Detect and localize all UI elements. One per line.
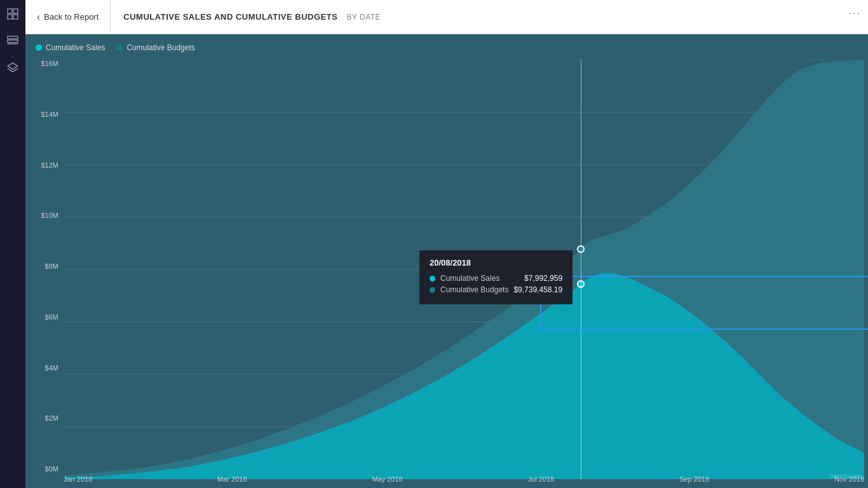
tooltip-value-budgets: $9,739,458.19: [513, 285, 562, 294]
y-label-6m: $6M: [25, 313, 64, 321]
x-label-may: May 2018: [372, 475, 402, 483]
chart-area: Cumulative Sales Cumulative Budgets $16M…: [25, 34, 868, 488]
y-label-14m: $14M: [25, 111, 64, 118]
table-icon[interactable]: [5, 33, 20, 48]
legend-item-budgets: Cumulative Budgets: [116, 43, 194, 52]
tooltip-row-sales: Cumulative Sales $7,992,959: [430, 274, 562, 283]
y-label-8m: $8M: [25, 262, 64, 270]
tooltip-label-sales: Cumulative Sales: [440, 274, 519, 283]
chart-title-area: CUMULATIVE SALES AND CUMULATIVE BUDGETS …: [111, 0, 393, 34]
back-to-report-button[interactable]: ‹ Back to Report: [25, 0, 111, 34]
svg-rect-2: [8, 15, 12, 19]
tooltip-row-budgets: Cumulative Budgets $9,739,458.19: [430, 285, 562, 294]
tooltip-dot-budgets: [430, 287, 435, 293]
sidebar: [0, 0, 25, 488]
y-label-2m: $2M: [25, 414, 64, 422]
svg-rect-0: [8, 9, 12, 13]
legend-dot-budgets: [116, 44, 123, 51]
svg-rect-1: [13, 9, 18, 13]
legend-dot-sales: [36, 44, 42, 51]
legend-item-sales: Cumulative Sales: [36, 43, 105, 52]
y-label-12m: $12M: [25, 161, 64, 169]
tooltip-label-budgets: Cumulative Budgets: [440, 285, 508, 294]
x-label-jan: Jan 2018: [64, 475, 92, 483]
y-label-0m: $0M: [25, 465, 64, 473]
more-options-button[interactable]: ···: [848, 8, 862, 18]
tooltip-value-sales: $7,992,959: [524, 274, 562, 283]
grid-icon[interactable]: [5, 6, 20, 22]
x-label-sep: Sep 2018: [679, 475, 709, 483]
y-axis: $16M $14M $12M $10M $8M $6M $4M $2M $0M: [25, 60, 64, 479]
tooltip-date: 20/08/2018: [430, 258, 562, 268]
y-label-4m: $4M: [25, 364, 64, 372]
back-button-label: Back to Report: [44, 12, 98, 22]
layers-icon[interactable]: [5, 60, 20, 75]
tooltip: 20/08/2018 Cumulative Sales $7,992,959 C…: [419, 250, 573, 304]
legend: Cumulative Sales Cumulative Budgets: [36, 43, 195, 52]
y-label-16m: $16M: [25, 60, 64, 67]
legend-label-sales: Cumulative Sales: [46, 43, 105, 52]
svg-rect-3: [13, 15, 18, 19]
x-label-jul: Jul 2018: [528, 475, 555, 483]
x-axis: Jan 2018 Mar 2018 May 2018 Jul 2018 Sep …: [64, 475, 864, 483]
svg-rect-4: [8, 36, 18, 39]
chart-sub-title: BY DATE: [346, 13, 381, 22]
topbar: ‹ Back to Report CUMULATIVE SALES AND CU…: [25, 0, 868, 34]
selection-rectangle: [540, 276, 868, 330]
tooltip-dot-sales: [430, 276, 435, 281]
chart-main-title: CUMULATIVE SALES AND CUMULATIVE BUDGETS: [123, 12, 337, 22]
y-label-10m: $10M: [25, 212, 64, 219]
crosshair-line: [581, 60, 581, 479]
chevron-left-icon: ‹: [37, 11, 40, 23]
x-label-mar: Mar 2018: [217, 475, 247, 483]
svg-marker-7: [8, 63, 18, 69]
legend-label-budgets: Cumulative Budgets: [126, 43, 194, 52]
watermark: powerbi.com: [829, 473, 862, 479]
svg-rect-5: [8, 40, 18, 43]
